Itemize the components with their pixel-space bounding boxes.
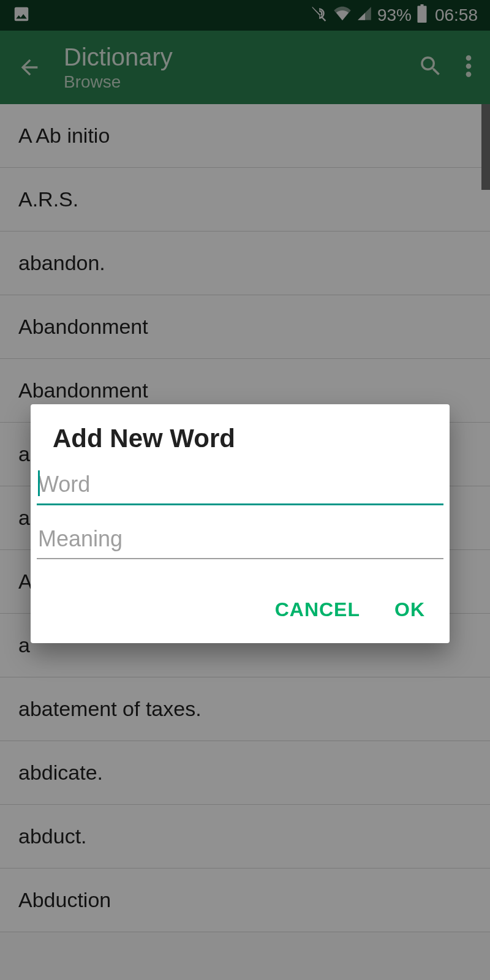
- ok-button[interactable]: OK: [394, 598, 425, 621]
- text-caret: [38, 470, 40, 496]
- word-field-wrap: [37, 468, 443, 505]
- add-word-dialog: Add New Word CANCEL OK: [31, 404, 450, 643]
- meaning-field-wrap: [37, 522, 443, 559]
- cancel-button[interactable]: CANCEL: [275, 598, 360, 621]
- meaning-input[interactable]: [37, 522, 443, 559]
- word-input[interactable]: [37, 468, 443, 505]
- dialog-title: Add New Word: [31, 404, 450, 468]
